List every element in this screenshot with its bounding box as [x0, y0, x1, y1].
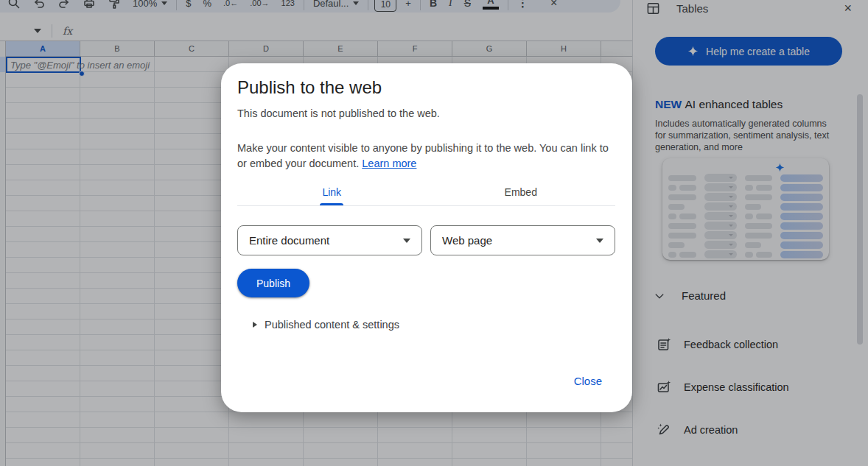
expand-arrow-icon: [253, 322, 257, 328]
app-window: 100% $ % .0← .00→ 123 Defaul... 10 + B I…: [0, 0, 868, 466]
publish-status-text: This document is not published to the we…: [237, 107, 440, 119]
content-dropdown[interactable]: Entire document: [237, 225, 422, 255]
format-dropdown[interactable]: Web page: [430, 225, 615, 255]
tab-label: Embed: [505, 186, 537, 198]
chevron-down-icon: [403, 239, 410, 243]
tab-embed[interactable]: Embed: [427, 179, 616, 205]
tab-label: Link: [322, 186, 341, 198]
published-settings-toggle[interactable]: Published content & settings: [253, 319, 399, 331]
publish-button[interactable]: Publish: [237, 269, 309, 297]
publish-dialog: Publish to the web This document is not …: [221, 63, 632, 412]
content-dropdown-value: Entire document: [249, 234, 329, 247]
dialog-close-button[interactable]: Close: [574, 375, 602, 387]
dialog-description: Make your content visible to anyone by p…: [237, 141, 609, 172]
learn-more-link[interactable]: Learn more: [362, 158, 416, 169]
dialog-title: Publish to the web: [237, 77, 382, 98]
publish-options-row: Entire document Web page: [237, 225, 615, 255]
published-settings-label: Published content & settings: [265, 319, 399, 331]
dialog-tabs: Link Embed: [237, 179, 615, 206]
tab-link[interactable]: Link: [237, 179, 427, 205]
active-tab-indicator: [320, 203, 343, 205]
format-dropdown-value: Web page: [442, 234, 492, 247]
chevron-down-icon: [596, 239, 603, 243]
